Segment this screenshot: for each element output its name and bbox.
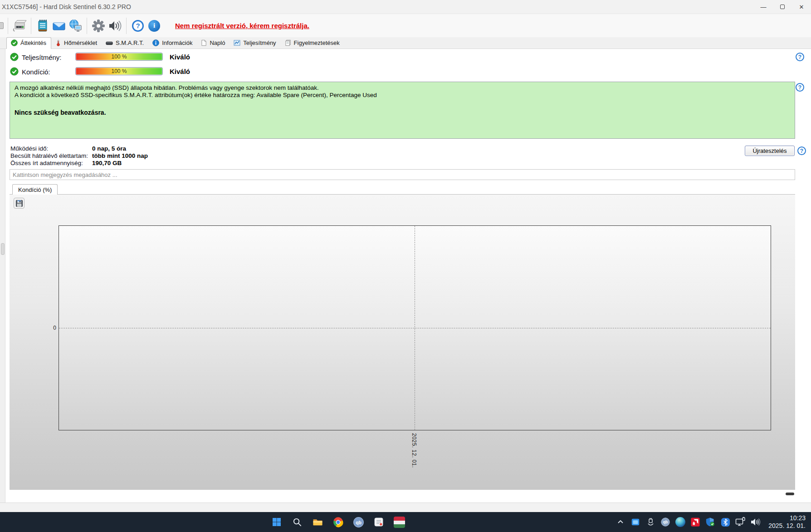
condition-label: Kondíció:	[22, 68, 50, 76]
comment-input[interactable]	[10, 169, 795, 180]
clipped-toolbar-icon[interactable]	[0, 18, 5, 34]
window-controls: — ✕	[754, 0, 811, 14]
windows-start-icon	[271, 517, 282, 527]
tab-homerseklet[interactable]: Hőmérséklet	[51, 38, 102, 49]
tray-usb-eject-button[interactable]	[645, 517, 656, 527]
blue-app-icon	[630, 517, 640, 527]
swirl-app-icon	[675, 517, 685, 527]
toolbar-separator	[31, 18, 31, 34]
performance-check-icon	[10, 53, 19, 63]
graph-scrollbar-thumb[interactable]	[786, 493, 794, 495]
tray-swirl-app-button[interactable]	[675, 517, 686, 527]
tab-teljesitmeny[interactable]: Teljesítmény	[230, 38, 280, 49]
start-button[interactable]	[271, 516, 283, 528]
gridline-vertical-date	[415, 226, 415, 430]
condition-check-icon	[10, 67, 19, 78]
performance-rating: Kiváló	[170, 53, 190, 61]
gear-icon	[91, 19, 106, 33]
folder-icon	[312, 517, 323, 528]
hungarian-flag-icon	[394, 517, 405, 528]
search-icon	[292, 517, 303, 527]
monitor-plug-icon	[735, 517, 746, 527]
settings-button[interactable]	[90, 18, 107, 34]
speaker-icon	[107, 19, 122, 33]
condition-meter-value: 100 %	[111, 68, 127, 74]
info-row-power-on: Működési idő: 0 nap, 5 óra	[10, 145, 148, 152]
volume-icon	[750, 517, 761, 527]
tab-informaciok[interactable]: Információk	[148, 38, 197, 49]
tray-display-button[interactable]	[735, 517, 746, 527]
alerts-pages-icon	[285, 39, 291, 46]
svg-text:qb: qb	[663, 520, 668, 524]
info-circle-icon	[152, 39, 159, 46]
hungarian-flag-app-button[interactable]	[393, 516, 405, 528]
performance-meter-value: 100 %	[111, 54, 127, 60]
chrome-button[interactable]	[332, 516, 344, 528]
message-help-icon[interactable]: ?	[796, 83, 804, 92]
search-button[interactable]	[291, 516, 303, 528]
toolbar-separator	[87, 18, 87, 34]
status-message-line1: A mozgó alkatrész nélküli meghajtó (SSD)…	[15, 84, 790, 92]
save-floppy-icon	[15, 200, 23, 207]
notes-app-button[interactable]	[373, 516, 385, 528]
status-advice: Nincs szükség beavatkozásra.	[15, 109, 790, 116]
graph-tab-condition[interactable]: Kondíció (%)	[12, 184, 58, 195]
tray-amd-button[interactable]	[690, 517, 701, 527]
chevron-up-icon	[617, 518, 624, 526]
close-button[interactable]: ✕	[792, 0, 811, 14]
taskbar-clock[interactable]: 10:23 2025. 12. 01.	[768, 514, 806, 530]
tray-blue-app-button[interactable]	[630, 517, 641, 527]
tray-security-button[interactable]	[705, 517, 716, 527]
help-icon: ?	[132, 20, 144, 32]
register-notice-link[interactable]: Nem regisztrált verzió, kérem regisztrál…	[175, 22, 309, 29]
hard-disk-sentinel-screen: { "window": { "title": "X1XC57546] - Har…	[0, 0, 811, 532]
graph-panel: 0 2025. 12. 01.	[10, 194, 795, 490]
chrome-icon	[332, 517, 344, 528]
usb-eject-icon	[646, 517, 655, 527]
network-button[interactable]	[67, 18, 83, 34]
tray-volume-button[interactable]	[750, 517, 761, 527]
qbittorrent-button[interactable]: qb	[352, 516, 364, 528]
file-explorer-button[interactable]	[312, 516, 323, 528]
maximize-button[interactable]	[773, 0, 792, 14]
tray-bluetooth-button[interactable]	[720, 517, 731, 527]
report-icon	[35, 19, 50, 33]
save-graph-button[interactable]	[14, 198, 24, 209]
taskbar-tray: qb	[615, 512, 806, 532]
qbittorrent-icon: qb	[353, 517, 364, 528]
help-button[interactable]: ?	[130, 18, 146, 34]
hdd-icon	[106, 40, 113, 46]
disk-device-icon	[12, 19, 27, 33]
performance-help-icon[interactable]: ?	[796, 53, 804, 61]
performance-label: Teljesítmény:	[22, 54, 62, 61]
about-button[interactable]: i	[146, 18, 162, 34]
tab-figyelmeztetesek[interactable]: Figyelmeztetések	[281, 38, 344, 49]
status-message-line2: A kondíciót a következő SSD-specifikus S…	[15, 92, 790, 99]
window-title: X1XC57546] - Hard Disk Sentinel 6.30.2 P…	[2, 3, 131, 10]
taskbar-center-icons: qb	[271, 512, 405, 532]
tray-qbittorrent-button[interactable]: qb	[660, 517, 671, 527]
left-panel-collapsed	[0, 49, 5, 503]
sounds-button[interactable]	[107, 18, 123, 34]
disk-device-button[interactable]	[11, 18, 28, 34]
info-icon: i	[148, 20, 160, 32]
tab-attekintes[interactable]: Áttekintés	[6, 37, 51, 49]
report-button[interactable]	[34, 18, 51, 34]
info-row-total-written: Összes írt adatmennyiség: 190,70 GB	[10, 159, 148, 166]
panel-splitter-handle[interactable]	[1, 243, 5, 255]
title-bar: X1XC57546] - Hard Disk Sentinel 6.30.2 P…	[0, 0, 811, 14]
tray-chevron-up-button[interactable]	[615, 517, 626, 527]
send-mail-button[interactable]	[51, 18, 67, 34]
thermometer-icon	[55, 39, 61, 46]
tab-smart[interactable]: S.M.A.R.T.	[102, 38, 148, 49]
retest-button[interactable]: Újratesztelés	[745, 146, 795, 156]
drive-info-list: Működési idő: 0 nap, 5 óra Becsült hátra…	[10, 145, 148, 166]
tab-naplo[interactable]: Napló	[197, 38, 230, 49]
condition-rating: Kiváló	[170, 68, 190, 75]
toolbar-separator	[8, 18, 8, 34]
retest-help-icon[interactable]: ?	[797, 146, 806, 155]
y-axis-tick-0: 0	[45, 325, 56, 331]
minimize-button[interactable]: —	[754, 0, 773, 14]
main-toolbar: ? i Nem regisztrált verzió, kérem regisz…	[0, 14, 811, 37]
condition-meter: 100 %	[75, 67, 163, 75]
